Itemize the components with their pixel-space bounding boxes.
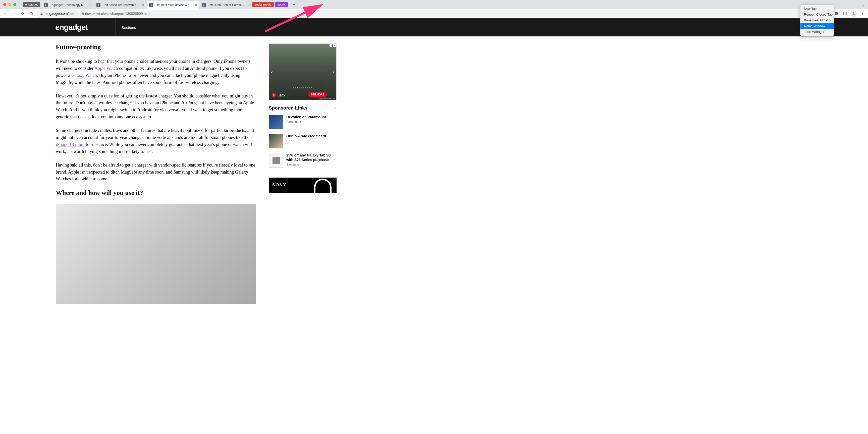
sidepanel-button[interactable] [842,10,848,17]
ad-prev-button[interactable]: ‹ [270,68,274,76]
tab-title: 'Ted Lasso' returns with a stron [102,3,140,7]
chrome-menu-button[interactable]: ⋮ [860,10,866,17]
favicon-icon: e [44,3,48,7]
display-ad-toyota[interactable]: ▷ ✕ ‹ › ⊖ bZ4X SEE MORE [#] Important In… [269,43,337,100]
sponsored-title: Devotion on Paramount+ [286,115,328,119]
sponsored-source: Samsung [286,163,337,166]
sponsored-title: Our low-rate credit card [286,134,326,138]
site-header: engadget Sections ⌄ Login [0,18,868,36]
tab-close-icon[interactable]: × [89,3,91,7]
menu-name-window[interactable]: Name Window... [800,23,834,29]
sponsored-thumb [269,134,283,149]
tab-close-icon[interactable]: × [142,3,144,7]
menu-new-tab[interactable]: New Tab [800,6,834,11]
adchoices-icon[interactable]: ▷ [334,178,336,181]
sponsored-item-devotion[interactable]: Devotion on Paramount+ Paramount+ [269,115,337,129]
tab-close-icon[interactable]: × [248,3,250,7]
sponsored-thumb [269,115,283,129]
address-bar: ← → ⟳ 🔒 engadget.com/best-multi-device-w… [0,9,868,18]
favicon-icon: e [149,3,153,7]
tab-bar: engadget e Engadget | Technology News & … [0,0,868,9]
tab-title: Jeff Dunn, Senior Commerce W [208,3,246,7]
sponsored-links-header: Sponsored Links ☀ [269,105,337,111]
heading-where-and-how: Where and how will you use it? [56,189,256,197]
tab-title: Engadget | Technology News & [50,3,87,7]
new-tab-button[interactable]: + [290,1,298,8]
sidepanel-icon [843,11,847,16]
tab-context-menu: New Tab Reopen Closed Tab Bookmark All T… [800,4,834,36]
ad-brand: ⊖ bZ4X [272,93,285,97]
toyota-logo-icon: ⊖ [272,93,276,97]
sections-dropdown[interactable]: Sections ⌄ [115,18,148,36]
page-content: Future-proofing It won't be shocking to … [0,36,868,304]
back-button[interactable]: ← [2,10,8,17]
tab-best-chargers[interactable]: e The best multi-device wireless × [147,1,199,9]
sponsored-item-samsung[interactable]: 25% off any Galaxy Tab S8 with S23 Serie… [269,153,337,167]
paragraph: However, it's not simply a question of g… [56,93,256,121]
article-body: Future-proofing It won't be shocking to … [56,43,256,304]
sidebar: ▷ ✕ ‹ › ⊖ bZ4X SEE MORE [#] Important In… [269,43,342,304]
ad-label: ▷ ✕ [330,44,336,47]
sections-label: Sections [122,25,136,30]
favicon-icon: e [202,3,206,7]
menu-reopen-closed-tab[interactable]: Reopen Closed Tab [800,11,834,17]
display-ad-sony[interactable]: SONY ▷ [269,178,337,193]
url-text: engadget.com/best-multi-device-wireless-… [45,11,150,16]
ad-important-info[interactable]: [#] Important Info. [319,97,335,99]
tab-ted-lasso[interactable]: e 'Ted Lasso' returns with a stron × [94,1,147,9]
sponsored-source: USAA [286,139,326,143]
headphone-graphic [314,179,332,193]
home-icon [29,11,33,16]
menu-task-manager[interactable]: Task Manager [800,29,834,35]
tab-engadget-home[interactable]: e Engadget | Technology News & × [41,1,94,9]
svg-point-2 [853,12,854,13]
ad-cta-button[interactable]: SEE MORE [308,92,327,97]
lock-icon: 🔒 [40,12,43,15]
tab-group-engadget[interactable]: engadget [23,2,40,7]
adchoices-icon[interactable]: ▷ [330,44,332,47]
profile-button[interactable] [850,10,857,17]
favicon-icon: e [96,3,100,7]
tab-group-social-media[interactable]: social media [252,2,274,7]
paragraph: Some chargers include cradles, trays and… [56,127,256,155]
sponsored-links-title: Sponsored Links [269,105,307,111]
menu-bookmark-all-tabs[interactable]: Bookmark All Tabs... [800,17,834,23]
ad-carousel-dots [293,87,312,88]
extensions-button[interactable] [833,10,839,17]
paragraph: Having said all this, don't be afraid to… [56,162,256,183]
tab-close-icon[interactable]: × [195,3,197,7]
tab-group-sports[interactable]: sports [275,2,288,7]
home-button[interactable] [28,10,34,17]
forward-button[interactable]: → [11,10,17,17]
link-galaxy-watch[interactable]: Galaxy Watch [71,73,97,78]
sponsored-item-usaa[interactable]: Our low-rate credit card USAA [269,134,337,149]
svg-rect-0 [843,12,846,15]
omnibox[interactable]: 🔒 engadget.com/best-multi-device-wireles… [37,10,822,17]
puzzle-icon [834,11,839,16]
browser-chrome: engadget e Engadget | Technology News & … [0,0,868,18]
chevron-down-icon: ⌄ [138,25,142,30]
paragraph: It won't be shocking to hear that your p… [56,58,256,86]
link-apple-watch[interactable]: Apple Watch [94,66,118,71]
link-iphone-13-mini[interactable]: iPhone 13 mini [56,142,83,147]
sponsored-source: Paramount+ [286,120,328,124]
article-image [56,204,256,304]
reload-button[interactable]: ⟳ [20,10,26,17]
sponsored-settings-icon[interactable]: ☀ [333,106,337,111]
tab-title: The best multi-device wireless [155,3,193,7]
sony-logo: SONY [272,183,286,188]
tab-jeff-dunn[interactable]: e Jeff Dunn, Senior Commerce W × [199,1,252,9]
ad-next-button[interactable]: › [332,68,335,76]
engadget-logo[interactable]: engadget [55,23,88,32]
sponsored-thumb [269,153,283,167]
sponsored-title: 25% off any Galaxy Tab S8 with S23 Serie… [286,153,337,162]
profile-icon [852,11,856,16]
ad-close-icon[interactable]: ✕ [333,44,336,47]
tab-overflow-button[interactable]: ⌄ [863,3,865,6]
heading-future-proofing: Future-proofing [56,43,256,51]
